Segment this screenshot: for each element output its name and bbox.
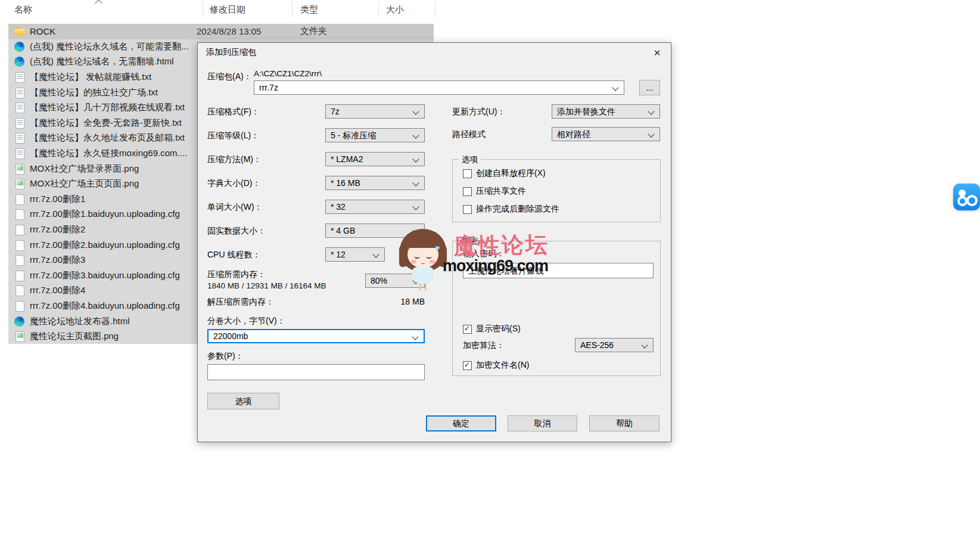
update-mode-dropdown[interactable]: 添加并替换文件 — [552, 104, 660, 119]
chevron-down-icon — [648, 131, 654, 137]
checkbox-delete-after[interactable]: 操作完成后删除源文件 — [463, 204, 559, 215]
column-divider — [378, 1, 379, 17]
chevron-down-icon — [412, 132, 419, 138]
path-mode-label: 路径模式 — [452, 129, 486, 140]
file-name: rrr.7z.00删除3.baiduyun.uploading.cfg — [30, 270, 180, 281]
update-mode-label: 更新方式(U)： — [452, 107, 505, 117]
chevron-down-icon — [412, 203, 419, 210]
file-row[interactable]: ROCK 2024/8/28 13:05 文件夹 — [8, 24, 434, 39]
column-header-type[interactable]: 类型 — [300, 4, 318, 15]
compression-level-dropdown[interactable]: 5 - 标准压缩 — [325, 128, 425, 142]
parameters-label: 参数(P)： — [207, 351, 244, 362]
file-name: (点我) 魔性论坛域名，无需翻墙.html — [30, 56, 174, 67]
column-divider — [292, 1, 293, 17]
file-name: rrr.7z.00删除1 — [30, 194, 85, 205]
encryption-method-label: 加密算法： — [463, 340, 505, 351]
word-size-dropdown[interactable]: * 32 — [325, 200, 425, 214]
cancel-button[interactable]: 取消 — [508, 415, 577, 431]
baidu-netdisk-icon[interactable] — [953, 184, 980, 210]
checkbox-create-sfx[interactable]: 创建自释放程序(X) — [463, 168, 546, 179]
memory-decompress-value: 18 MB — [365, 297, 425, 306]
add-to-archive-dialog: 添加到压缩包 ✕ 压缩包(A)： A:\CZ\CZ1\CZ2\rrr\ rrr.… — [197, 42, 671, 442]
file-name: 【魔性论坛】的独立社交广场.txt — [30, 87, 158, 98]
compression-format-label: 压缩格式(F)： — [207, 107, 260, 117]
chevron-down-icon — [412, 179, 419, 186]
image-file-icon — [14, 164, 25, 174]
baidu-logo-ring — [966, 195, 978, 206]
file-name: (点我) 魔性论坛永久域名，可能需要翻... — [30, 41, 189, 52]
checkbox-icon — [463, 325, 472, 334]
chevron-down-icon — [412, 333, 418, 340]
file-name: 魔性论坛主页截图.png — [30, 331, 119, 342]
close-icon[interactable]: ✕ — [648, 45, 666, 61]
blank-file-icon — [14, 301, 25, 311]
chevron-down-icon — [412, 108, 419, 114]
blank-file-icon — [14, 240, 25, 250]
options-group-title: 选项 — [459, 154, 481, 165]
file-name: 【魔性论坛】全免费-无套路-更新快.txt — [30, 117, 182, 129]
archive-name-value: rrr.7z — [259, 83, 278, 92]
browse-button[interactable]: ... — [639, 80, 660, 95]
split-volume-label: 分卷大小，字节(V)： — [207, 316, 285, 327]
file-name: rrr.7z.00删除4 — [30, 285, 85, 296]
split-volume-combobox[interactable]: 22000mb — [207, 329, 425, 343]
memory-compress-label: 压缩所需内存： — [207, 269, 266, 280]
options-button[interactable]: 选项 — [207, 393, 279, 409]
edge-icon — [14, 316, 25, 327]
options-group: 选项 创建自释放程序(X) 压缩共享文件 操作完成后删除源文件 — [452, 159, 661, 222]
path-mode-dropdown[interactable]: 相对路径 — [552, 127, 660, 141]
column-header-name[interactable]: 名称 — [14, 4, 32, 15]
file-name: 魔性论坛地址发布器.html — [30, 316, 130, 327]
checkbox-encrypt-filenames[interactable]: 加密文件名(N) — [463, 360, 529, 371]
column-divider — [203, 1, 203, 17]
archive-label: 压缩包(A)： — [207, 72, 252, 82]
file-name: MOX社交广场主页页面.png — [30, 178, 139, 190]
file-name: rrr.7z.00删除3 — [30, 254, 85, 266]
word-size-label: 单词大小(W)： — [207, 202, 263, 213]
text-file-icon — [14, 118, 25, 128]
text-file-icon — [14, 72, 25, 82]
chevron-down-icon — [648, 108, 654, 114]
solid-block-size-label: 固实数据大小： — [207, 226, 266, 237]
dictionary-size-dropdown[interactable]: * 16 MB — [325, 176, 425, 190]
file-name: MOX社交广场登录界面.png — [30, 163, 139, 175]
compression-method-dropdown[interactable]: * LZMA2 — [325, 152, 425, 166]
checkbox-icon — [463, 187, 472, 196]
encryption-method-dropdown[interactable]: AES-256 — [575, 338, 654, 352]
checkbox-compress-shared[interactable]: 压缩共享文件 — [463, 186, 526, 197]
file-name: rrr.7z.00删除1.baiduyun.uploading.cfg — [30, 209, 180, 220]
text-file-icon — [14, 88, 25, 98]
checkbox-icon — [463, 169, 472, 178]
chevron-down-icon — [412, 156, 419, 162]
file-name: rrr.7z.00删除2 — [30, 224, 85, 235]
memory-compress-values: 1840 MB / 12931 MB / 16164 MB — [207, 281, 326, 290]
chevron-down-icon — [641, 341, 648, 348]
blank-file-icon — [14, 209, 25, 219]
ok-button[interactable]: 确定 — [426, 415, 496, 431]
text-file-icon — [14, 133, 25, 143]
cpu-threads-dropdown[interactable]: * 12 — [325, 247, 385, 262]
dialog-title: 添加到压缩包 — [206, 47, 256, 58]
checkbox-icon — [463, 361, 472, 370]
cpu-threads-label: CPU 线程数： — [207, 250, 260, 260]
help-button[interactable]: 帮助 — [589, 415, 659, 431]
parameters-input[interactable] — [207, 364, 425, 380]
split-volume-value: 22000mb — [213, 331, 248, 341]
memory-decompress-label: 解压缩所需内存： — [207, 297, 274, 308]
chevron-down-icon — [372, 251, 379, 257]
column-header-size[interactable]: 大小 — [386, 4, 404, 15]
checkbox-show-password[interactable]: 显示密码(S) — [463, 324, 521, 334]
file-name: ROCK — [30, 26, 55, 36]
image-file-icon — [14, 179, 25, 189]
blank-file-icon — [14, 285, 25, 296]
archive-name-combobox[interactable]: rrr.7z — [254, 80, 624, 95]
file-name: rrr.7z.00删除4.baiduyun.uploading.cfg — [30, 300, 180, 312]
file-name: 【魔性论坛】几十万部视频在线观看.txt — [30, 102, 185, 113]
file-name: 【魔性论坛】 发帖就能赚钱.txt — [30, 72, 151, 83]
blank-file-icon — [14, 194, 25, 204]
image-file-icon — [14, 331, 25, 341]
file-type: 文件夹 — [300, 26, 327, 37]
column-header-date-modified[interactable]: 修改日期 — [210, 4, 245, 15]
compression-level-label: 压缩等级(L)： — [207, 131, 259, 141]
compression-format-dropdown[interactable]: 7z — [325, 104, 425, 119]
